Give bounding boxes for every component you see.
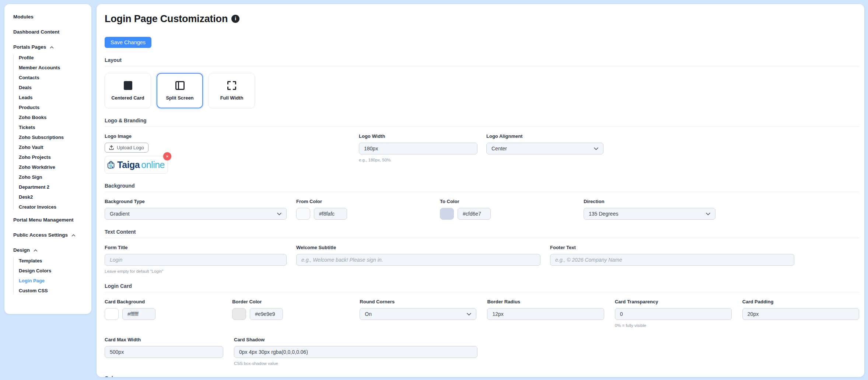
settings-sidebar: ModulesDashboard ContentPortals PagesPro… — [4, 4, 91, 314]
chevron-down-icon — [594, 147, 598, 150]
card-transparency-input[interactable] — [615, 308, 732, 320]
field-footer-text: Footer Text — [550, 245, 794, 274]
field-label: Card Max Width — [105, 337, 223, 343]
card-padding-input[interactable] — [742, 308, 859, 320]
sidebar-item-deals[interactable]: Deals — [19, 85, 88, 91]
remove-logo-button[interactable]: × — [163, 152, 171, 160]
logo-preview: Taigaonline × — [105, 156, 168, 174]
direction-select[interactable]: 135 Degrees — [584, 208, 715, 220]
welcome-subtitle-input[interactable] — [296, 254, 540, 266]
sidebar-item-design[interactable]: Design — [13, 247, 88, 253]
select-value: Gradient — [110, 211, 130, 217]
section-divider — [105, 292, 859, 292]
centered-card-icon — [124, 81, 132, 90]
sidebar-item-leads[interactable]: Leads — [19, 95, 88, 101]
section-login-card: Login Card Card Background Border Color — [105, 283, 859, 366]
upload-logo-button[interactable]: Upload Logo — [105, 143, 148, 153]
section-divider — [105, 66, 859, 66]
taiga-bag-icon — [107, 157, 115, 172]
sidebar-item-design-colors[interactable]: Design Colors — [19, 268, 88, 274]
info-icon[interactable]: i — [231, 15, 239, 23]
field-to-color: To Color — [440, 199, 574, 220]
card-background-swatch[interactable] — [105, 308, 119, 320]
logo-text-secondary: online — [141, 160, 165, 170]
field-card-padding: Card Padding — [742, 299, 859, 328]
field-background-type: Background Type Gradient — [105, 199, 287, 220]
section-title-background: Background — [105, 183, 859, 189]
sidebar-item-label: Public Access Settings — [13, 232, 68, 238]
sidebar-item-label: Portals Pages — [13, 44, 46, 50]
sidebar-item-label: Design — [13, 247, 30, 253]
round-corners-select[interactable]: On — [360, 308, 476, 320]
field-border-color: Border Color — [232, 299, 349, 328]
sidebar-item-zoho-sign[interactable]: Zoho Sign — [19, 174, 88, 180]
footer-text-input[interactable] — [550, 254, 794, 266]
sidebar-item-zoho-vault[interactable]: Zoho Vault — [19, 144, 88, 150]
layout-option-centered-card[interactable]: Centered Card — [105, 73, 151, 108]
border-color-swatch[interactable] — [232, 308, 246, 320]
section-title-login-card: Login Card — [105, 283, 859, 289]
sidebar-item-member-accounts[interactable]: Member Accounts — [19, 65, 88, 71]
sidebar-item-label: Portal Menu Management — [13, 217, 74, 223]
page-frame: ModulesDashboard ContentPortals PagesPro… — [0, 0, 868, 380]
sidebar-item-department-2[interactable]: Department 2 — [19, 184, 88, 190]
sidebar-item-zoho-books[interactable]: Zoho Books — [19, 115, 88, 121]
sidebar-item-zoho-subscriptions[interactable]: Zoho Subscriptions — [19, 135, 88, 140]
sidebar-item-portal-menu-management[interactable]: Portal Menu Management — [13, 217, 88, 223]
sidebar-item-contacts[interactable]: Contacts — [19, 75, 88, 81]
layout-option-split-screen[interactable]: Split Screen — [157, 73, 203, 108]
sidebar-item-templates[interactable]: Templates — [19, 258, 88, 264]
field-label: Card Padding — [742, 299, 859, 305]
sidebar-item-portals-pages[interactable]: Portals Pages — [13, 44, 88, 50]
layout-option-label: Split Screen — [166, 95, 193, 101]
sidebar-item-modules[interactable]: Modules — [13, 14, 88, 20]
sidebar-item-products[interactable]: Products — [19, 105, 88, 111]
field-label: Logo Image — [105, 133, 350, 139]
logo-wordmark: Taigaonline — [117, 160, 165, 170]
save-changes-button[interactable]: Save Changes — [105, 37, 151, 48]
field-logo-image: Logo Image Upload Logo — [105, 133, 350, 174]
field-label: Footer Text — [550, 245, 794, 251]
chevron-down-icon — [706, 213, 710, 215]
field-card-background: Card Background — [105, 299, 221, 328]
sidebar-item-desk2[interactable]: Desk2 — [19, 194, 88, 200]
sidebar-item-custom-css[interactable]: Custom CSS — [19, 288, 88, 294]
border-color-input[interactable] — [250, 308, 283, 320]
form-title-input[interactable] — [105, 254, 287, 266]
sidebar-item-dashboard-content[interactable]: Dashboard Content — [13, 29, 88, 35]
sidebar-item-profile[interactable]: Profile — [19, 55, 88, 61]
field-label: To Color — [440, 199, 574, 205]
from-color-swatch[interactable] — [296, 208, 310, 220]
border-radius-input[interactable] — [487, 308, 604, 320]
field-from-color: From Color — [296, 199, 430, 220]
card-max-width-input[interactable] — [105, 346, 223, 358]
field-label: Card Shadow — [234, 337, 477, 343]
field-label: Form Title — [105, 245, 287, 251]
section-title-text-content: Text Content — [105, 229, 859, 235]
sidebar-item-zoho-workdrive[interactable]: Zoho Workdrive — [19, 164, 88, 170]
select-value: Center — [491, 146, 507, 151]
section-layout: Layout Centered Card Split Screen Full W… — [105, 57, 859, 108]
sidebar-item-login-page[interactable]: Login Page — [19, 278, 88, 284]
sidebar-nav: ModulesDashboard ContentPortals PagesPro… — [13, 14, 88, 294]
sidebar-item-public-access-settings[interactable]: Public Access Settings — [13, 232, 88, 238]
logo-width-input[interactable] — [359, 143, 477, 154]
layout-option-label: Full Width — [220, 95, 244, 101]
layout-option-full-width[interactable]: Full Width — [209, 73, 255, 108]
to-color-input[interactable] — [458, 208, 491, 220]
section-text-content: Text Content Form Title Leave empty for … — [105, 229, 859, 274]
section-background: Background Background Type Gradient From… — [105, 183, 859, 220]
sidebar-item-zoho-projects[interactable]: Zoho Projects — [19, 154, 88, 160]
from-color-input[interactable] — [314, 208, 347, 220]
card-background-input[interactable] — [122, 308, 155, 320]
card-shadow-input[interactable] — [234, 346, 477, 358]
to-color-swatch[interactable] — [440, 208, 454, 220]
sidebar-item-tickets[interactable]: Tickets — [19, 125, 88, 130]
logo-alignment-select[interactable]: Center — [486, 143, 603, 154]
background-type-select[interactable]: Gradient — [105, 208, 287, 220]
sidebar-item-creator-invoices[interactable]: Creator Invoices — [19, 204, 88, 210]
field-logo-alignment: Logo Alignment Center — [486, 133, 603, 174]
field-label: Direction — [584, 199, 715, 205]
logo-text-primary: Taiga — [117, 160, 140, 170]
select-value: 135 Degrees — [589, 211, 618, 217]
